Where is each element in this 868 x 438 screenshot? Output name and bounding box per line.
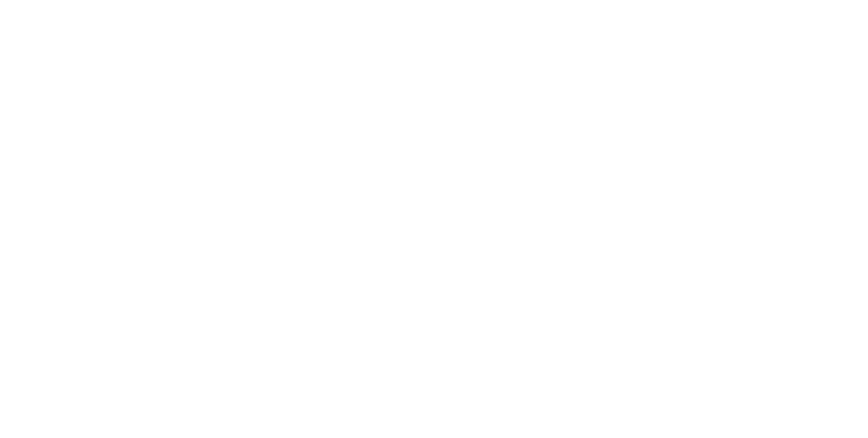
- trading-chart-window: [0, 0, 868, 438]
- chart-canvas: [0, 0, 868, 438]
